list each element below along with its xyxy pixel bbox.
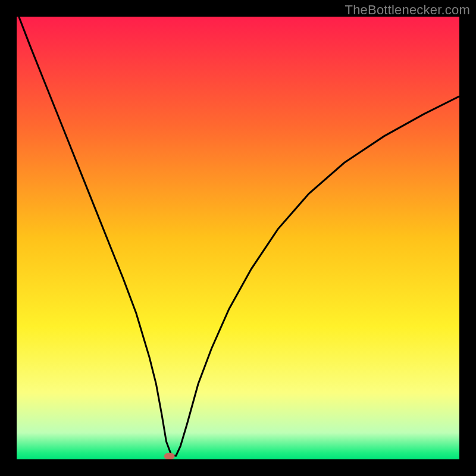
plot-area (17, 17, 459, 459)
chart-svg (17, 17, 459, 459)
chart-background (17, 17, 459, 459)
attribution-label: TheBottlenecker.com (345, 2, 470, 18)
chart-frame: TheBottlenecker.com (0, 0, 476, 476)
